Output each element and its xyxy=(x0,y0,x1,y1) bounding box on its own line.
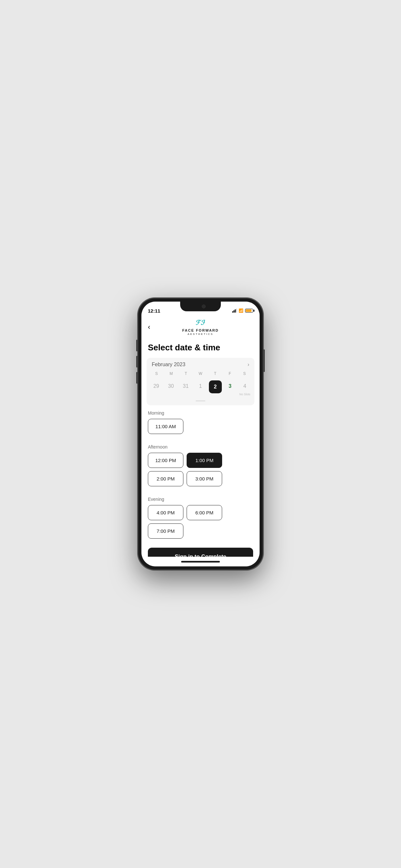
calendar-day-31[interactable]: 31 xyxy=(179,378,193,398)
no-slots-label-4: No Slots xyxy=(239,393,250,396)
calendar-day-3[interactable]: 3 xyxy=(223,378,237,398)
day-label-f: F xyxy=(222,371,237,376)
calendar-day-30[interactable]: 30 xyxy=(164,378,178,398)
bottom-section: Sign in to Complete xyxy=(142,544,259,557)
home-bar xyxy=(181,561,220,562)
calendar-day-1[interactable]: 1 xyxy=(193,378,208,398)
logo-icon: ℱℱ xyxy=(196,318,205,329)
scroll-dot xyxy=(196,400,205,401)
time-slot-1pm[interactable]: 1:00 PM xyxy=(187,453,222,468)
day-label-s2: S xyxy=(237,371,252,376)
evening-label: Evening xyxy=(148,497,253,502)
phone-screen: 12:11 📶 ‹ xyxy=(142,302,259,566)
logo-name: FACE FORWARD xyxy=(182,329,219,333)
app-content: ‹ ℱℱ FACE FORWARD AESTHETICS Select date… xyxy=(142,316,259,557)
calendar-scroll-indicator xyxy=(149,400,252,401)
afternoon-slots: 12:00 PM 1:00 PM 2:00 PM 3:00 PM xyxy=(148,453,253,486)
signal-icon xyxy=(232,309,237,313)
morning-label: Morning xyxy=(148,410,253,415)
calendar: February 2023 › S M T W T F S 29 xyxy=(147,358,254,405)
app-header: ‹ ℱℱ FACE FORWARD AESTHETICS xyxy=(142,316,259,339)
home-indicator xyxy=(142,557,259,566)
afternoon-section: Afternoon 12:00 PM 1:00 PM 2:00 PM 3:00 … xyxy=(142,439,259,492)
camera xyxy=(202,305,206,308)
evening-slots: 4:00 PM 6:00 PM 7:00 PM xyxy=(148,505,253,538)
notch xyxy=(180,302,221,311)
battery-icon xyxy=(245,309,253,313)
day-label-m: M xyxy=(164,371,178,376)
calendar-day-4[interactable]: 4 No Slots xyxy=(238,378,252,398)
calendar-day-29[interactable]: 29 xyxy=(149,378,163,398)
status-icons: 📶 xyxy=(232,308,253,313)
logo-sub: AESTHETICS xyxy=(188,333,213,336)
calendar-days-header: S M T W T F S xyxy=(149,371,252,376)
wifi-icon: 📶 xyxy=(239,308,243,313)
time-slot-7pm[interactable]: 7:00 PM xyxy=(148,523,183,538)
day-label-t1: T xyxy=(179,371,193,376)
svg-text:ℱℱ: ℱℱ xyxy=(196,319,205,326)
status-bar: 12:11 📶 xyxy=(142,302,259,316)
calendar-days: 29 30 31 1 2 xyxy=(149,378,252,398)
time-slot-6pm[interactable]: 6:00 PM xyxy=(187,505,222,520)
evening-section: Evening 4:00 PM 6:00 PM 7:00 PM xyxy=(142,492,259,544)
morning-section: Morning 11:00 AM xyxy=(142,405,259,439)
time-slot-4pm[interactable]: 4:00 PM xyxy=(148,505,183,520)
page-title: Select date & time xyxy=(142,339,259,358)
afternoon-label: Afternoon xyxy=(148,444,253,450)
time-slot-11am[interactable]: 11:00 AM xyxy=(148,419,183,434)
phone-frame: 12:11 📶 ‹ xyxy=(137,298,264,570)
day-label-t2: T xyxy=(208,371,222,376)
status-time: 12:11 xyxy=(148,308,160,314)
back-button[interactable]: ‹ xyxy=(148,323,150,331)
calendar-month: February 2023 xyxy=(152,362,185,368)
calendar-day-2[interactable]: 2 xyxy=(208,378,222,398)
day-label-s1: S xyxy=(149,371,164,376)
time-slot-2pm[interactable]: 2:00 PM xyxy=(148,471,183,486)
time-slot-3pm[interactable]: 3:00 PM xyxy=(187,471,222,486)
logo: ℱℱ FACE FORWARD AESTHETICS xyxy=(182,318,219,336)
calendar-next-arrow[interactable]: › xyxy=(248,362,249,368)
time-slot-12pm[interactable]: 12:00 PM xyxy=(148,453,183,468)
calendar-header: February 2023 › xyxy=(149,362,252,371)
morning-slots: 11:00 AM xyxy=(148,419,253,434)
day-label-w: W xyxy=(193,371,208,376)
sign-in-button[interactable]: Sign in to Complete xyxy=(148,548,253,557)
